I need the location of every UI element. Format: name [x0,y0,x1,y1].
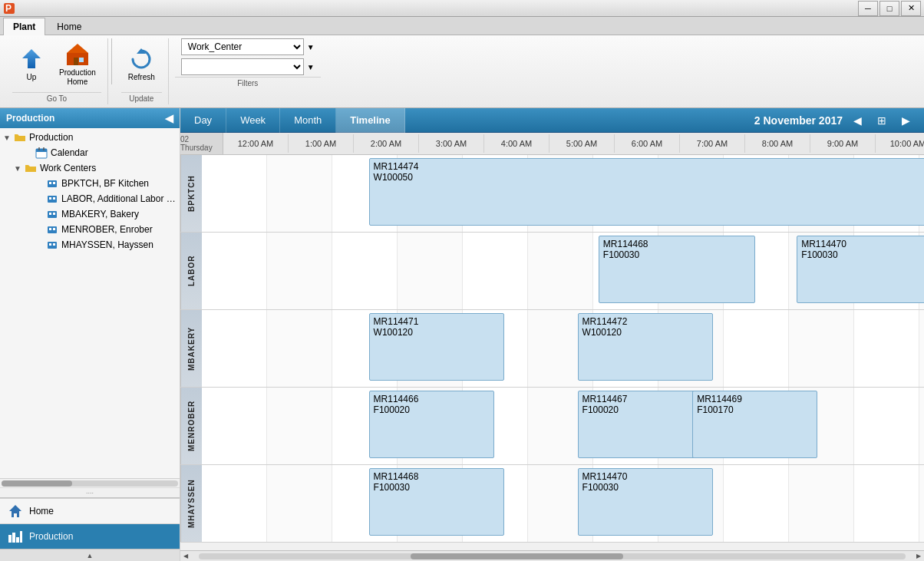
update-label: Update [121,92,162,104]
tab-plant[interactable]: Plant [3,18,45,35]
time-col: 4:00 AM [484,134,549,153]
sidebar-horizontal-scrollbar[interactable] [0,478,180,487]
dropdown2-arrow: ▼ [307,63,315,71]
folder-icon-wc [25,162,37,174]
time-col: 5:00 AM [549,134,615,153]
tab-home[interactable]: Home [47,18,91,35]
tree-item-mhayssen[interactable]: MHAYSSEN, Hayssen [0,237,180,252]
block-line2: F100030 [582,482,709,493]
hscroll-right-arrow[interactable]: ▶ [916,553,921,559]
time-col: 10:00 AM [876,134,924,153]
horizontal-scrollbar[interactable]: ◀ ▶ [180,550,924,561]
goto-buttons: Up ProductionHome [12,38,101,91]
sidebar-hscroll-thumb[interactable] [2,480,72,487]
block-line1: MR114469 [697,394,813,404]
maximize-button[interactable]: □ [879,1,899,16]
app-icon: P [3,2,15,15]
tree-item-mbakery[interactable]: MBAKERY, Bakery [0,206,180,222]
timeline-body-outer[interactable]: BPKTCHMR114474W100050LABORMR114468F10003… [180,155,924,550]
svg-text:P: P [5,3,12,14]
time-col: 6:00 AM [615,134,680,153]
prod-block-b2[interactable]: MR114468F100030 [599,236,755,303]
tree-arrow-work-centers: ▼ [14,164,25,173]
timeline-cell [854,310,919,387]
calendar-icon [35,147,48,159]
svg-rect-21 [48,226,57,233]
time-headers: 12:00 AM1:00 AM2:00 AM3:00 AM4:00 AM5:00… [223,134,924,153]
filter-dropdowns: Work_Center ▼ ▼ [175,38,321,75]
ribbon-group-filters: Work_Center ▼ ▼ Filters [169,38,327,104]
timeline-cell [724,465,789,542]
sidebar-hscroll-track[interactable] [2,480,178,487]
timeline-cell [267,233,332,309]
prod-block-b1[interactable]: MR114474W100050 [369,158,924,226]
hscroll-left-arrow[interactable]: ◀ [183,553,188,559]
block-line1: MR114470 [582,471,709,482]
prod-block-b9[interactable]: MR114468F100030 [369,468,505,536]
cal-tab-week[interactable]: Week [226,108,280,133]
ribbon-content: Up ProductionHome Go To [0,35,924,107]
svg-rect-17 [53,197,55,200]
sidebar-header: Production ◀ [0,108,180,128]
refresh-button[interactable]: Refresh [122,43,160,86]
row-cells-bpktch-row: MR114474W100050 [202,155,924,232]
work-center-dropdown[interactable]: Work_Center [181,38,304,55]
timeline-cell [854,388,919,464]
row-label-mhayssen-row: MHAYSSEN [180,465,202,542]
tree-item-calendar[interactable]: Calendar [0,145,180,160]
hscroll-track[interactable] [199,553,906,559]
hscroll-thumb[interactable] [411,553,622,559]
block-line2: W100120 [582,327,709,338]
prod-block-b4[interactable]: MR114471W100120 [369,313,505,381]
cal-tab-timeline[interactable]: Timeline [336,108,405,133]
tree-item-labor[interactable]: LABOR, Additional Labor - Sta... [0,191,180,206]
tree-item-production-root[interactable]: ▼ Production [0,130,180,145]
tree-item-work-centers[interactable]: ▼ Work Centers [0,160,180,176]
production-home-button[interactable]: ProductionHome [54,38,101,91]
block-line1: MR114470 [801,239,924,249]
up-button[interactable]: Up [12,43,51,86]
sidebar-nav-home[interactable]: Home [0,498,180,523]
prod-block-b7[interactable]: MR114467F100020 [578,391,703,458]
tree-item-menrober[interactable]: MENROBER, Enrober [0,222,180,237]
sidebar-nav-production[interactable]: Production [0,523,180,549]
prod-block-b8[interactable]: MR114469F100170 [692,391,817,458]
svg-rect-30 [16,537,19,543]
production-nav-icon [8,529,23,544]
prod-block-b3[interactable]: MR114470F100030 [797,236,924,303]
cal-tab-day[interactable]: Day [180,108,226,133]
prod-block-b10[interactable]: MR114470F100030 [578,468,714,536]
calendar-grid-button[interactable]: ⊞ [873,113,891,128]
time-col: 1:00 AM [289,134,354,153]
home-nav-label: Home [29,506,54,516]
svg-rect-25 [49,243,51,246]
prod-block-b6[interactable]: MR114466F100020 [369,391,494,458]
cal-tab-month[interactable]: Month [280,108,336,133]
prod-home-label: ProductionHome [59,68,96,87]
block-line1: MR114472 [582,316,709,327]
time-col: 8:00 AM [745,134,810,153]
close-button[interactable]: ✕ [901,1,921,16]
svg-rect-31 [20,531,22,543]
time-col: 9:00 AM [810,134,876,153]
next-date-button[interactable]: ▶ [897,113,915,128]
timeline-cell [919,310,924,387]
timeline-cell [463,233,528,309]
sidebar-collapse-button[interactable]: ◀ [165,112,173,124]
prev-date-button[interactable]: ◀ [849,113,866,128]
production-home-icon [65,42,90,67]
tree-label-mhayssen: MHAYSSEN, Hayssen [61,239,153,250]
title-bar: P ─ □ ✕ [0,0,924,17]
calendar-view-tabs: Day Week Month Timeline [180,108,405,133]
block-line2: F100030 [374,482,500,493]
item-icon-menrober [46,223,58,236]
tree-label-labor: LABOR, Additional Labor - Sta... [61,193,177,204]
filter-dropdown2[interactable] [181,58,304,75]
row-cells-mhayssen-row: MR114468F100030MR114470F100030 [202,465,924,542]
timeline-cell [919,465,924,542]
minimize-button[interactable]: ─ [858,1,878,16]
tree-item-bpktch[interactable]: BPKTCH, BF Kitchen [0,176,180,191]
prod-block-b5[interactable]: MR114472W100120 [578,313,714,381]
sidebar-expand-button[interactable]: ▲ [0,549,180,561]
production-nav-label: Production [29,531,73,542]
